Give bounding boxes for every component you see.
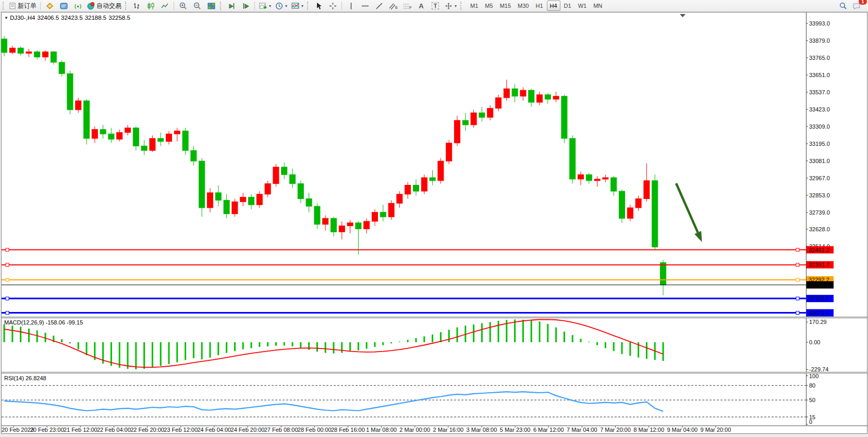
candle-up bbox=[125, 128, 131, 133]
line-handle[interactable] bbox=[6, 278, 9, 281]
toolbar-grip[interactable] bbox=[125, 2, 128, 10]
text-button[interactable]: A bbox=[414, 0, 428, 11]
timeframe-m5-button[interactable]: M5 bbox=[482, 1, 496, 11]
candle-up bbox=[388, 203, 394, 217]
candle-up bbox=[256, 194, 262, 205]
timeframe-h1-button[interactable]: H1 bbox=[532, 1, 546, 11]
toolbar: 新订单 bbox=[0, 0, 868, 12]
line-handle[interactable] bbox=[796, 248, 799, 252]
candle-down bbox=[249, 197, 254, 205]
candle-up bbox=[364, 221, 370, 229]
periods-button[interactable]: ▾ bbox=[273, 0, 289, 11]
time-axis-label: 22 Feb 04:00 bbox=[97, 427, 131, 433]
search-button[interactable] bbox=[836, 0, 850, 11]
equidistant-channel-button[interactable]: E bbox=[386, 0, 400, 11]
indicators-icon bbox=[259, 2, 267, 10]
timeframe-mn-button[interactable]: MN bbox=[590, 1, 605, 11]
candle-down bbox=[84, 101, 90, 138]
separator bbox=[341, 2, 342, 10]
toolbar-grip[interactable] bbox=[220, 2, 223, 10]
timeframe-h4-button[interactable]: H4 bbox=[547, 1, 560, 11]
chart-canvas[interactable]: 33993.033879.033765.033651.033537.033423… bbox=[0, 0, 868, 437]
candle-up bbox=[265, 184, 271, 194]
vertical-line-icon bbox=[347, 2, 356, 10]
chart-shift-button[interactable] bbox=[239, 0, 252, 11]
zoom-out-button[interactable] bbox=[190, 0, 204, 11]
timeframe-m15-button[interactable]: M15 bbox=[497, 1, 514, 11]
candle-up bbox=[76, 101, 81, 109]
candle-down bbox=[133, 128, 139, 146]
trendline-icon bbox=[375, 2, 384, 10]
candle-down bbox=[18, 48, 23, 53]
candle-up bbox=[372, 213, 378, 221]
chat-button[interactable]: 1 bbox=[850, 0, 864, 11]
trendline-button[interactable] bbox=[372, 0, 386, 11]
autotrading-icon bbox=[87, 2, 95, 10]
timeframe-m1-button[interactable]: M1 bbox=[467, 1, 481, 11]
timeframe-w1-button[interactable]: W1 bbox=[575, 1, 590, 11]
candle-up bbox=[627, 208, 633, 218]
time-axis-label: 6 Mar 12:00 bbox=[533, 427, 564, 433]
rsi-axis-label: 0 bbox=[809, 419, 812, 425]
text-label-button[interactable]: T bbox=[429, 0, 442, 11]
vertical-line-button[interactable] bbox=[344, 0, 358, 11]
auto-scroll-button[interactable] bbox=[225, 0, 238, 11]
horizontal-line-button[interactable] bbox=[358, 0, 372, 11]
dropdown-caret: ▾ bbox=[285, 4, 287, 8]
templates-button[interactable]: ▾ bbox=[289, 0, 305, 11]
candlestick-chart-button[interactable] bbox=[144, 0, 157, 11]
candle-up bbox=[553, 96, 559, 99]
line-handle[interactable] bbox=[796, 278, 799, 281]
toolbar-grip[interactable] bbox=[3, 2, 5, 10]
new-order-button[interactable]: 新订单 bbox=[7, 0, 38, 11]
price-axis-label: 33651.0 bbox=[809, 72, 830, 78]
candle-up bbox=[405, 185, 411, 194]
candle-up bbox=[26, 52, 32, 53]
crosshair-button[interactable] bbox=[326, 0, 339, 11]
macd-indicator-label: MACD(12,26,9) -158.06 -99.15 bbox=[4, 319, 83, 326]
candle-down bbox=[462, 120, 468, 125]
candle-down bbox=[290, 174, 296, 183]
line-handle[interactable] bbox=[796, 311, 799, 315]
price-axis-label: 32628.0 bbox=[809, 226, 830, 232]
market-watch-button[interactable] bbox=[43, 0, 56, 11]
candle-down bbox=[479, 113, 485, 118]
autotrading-button[interactable]: 自动交易 bbox=[85, 0, 123, 11]
arrows-button[interactable]: ▾ bbox=[443, 0, 458, 11]
time-axis-label: 27 Feb 08:00 bbox=[264, 427, 298, 433]
timeframe-d1-button[interactable]: D1 bbox=[561, 1, 574, 11]
line-handle[interactable] bbox=[796, 297, 799, 300]
macd-axis-label: 170.29 bbox=[809, 319, 827, 325]
signal-icon bbox=[74, 2, 82, 10]
line-chart-button[interactable] bbox=[158, 0, 172, 11]
tile-windows-button[interactable] bbox=[204, 0, 218, 11]
fibonacci-button[interactable]: F bbox=[400, 0, 414, 11]
candle-down bbox=[611, 178, 617, 191]
line-handle[interactable] bbox=[6, 297, 9, 300]
reports-button[interactable] bbox=[57, 0, 70, 11]
candle-down bbox=[2, 39, 7, 53]
line-handle[interactable] bbox=[796, 263, 799, 266]
time-axis-label: 28 Feb 16:00 bbox=[331, 427, 365, 433]
candle-down bbox=[570, 139, 576, 179]
line-handle[interactable] bbox=[6, 263, 9, 266]
time-axis-label: 5 Mar 23:00 bbox=[500, 427, 531, 433]
timeframe-m30-button[interactable]: M30 bbox=[515, 1, 532, 11]
candle-down bbox=[306, 199, 312, 206]
candle-up bbox=[594, 179, 600, 181]
candle-up bbox=[438, 161, 444, 181]
zoom-in-button[interactable] bbox=[176, 0, 190, 11]
signals-button[interactable] bbox=[71, 0, 84, 11]
indicators-button[interactable]: ▾ bbox=[257, 0, 273, 11]
candle-up bbox=[487, 108, 493, 117]
line-handle[interactable] bbox=[6, 248, 9, 252]
time-axis-label: 24 Feb 04:00 bbox=[197, 427, 231, 433]
toolbar-grip[interactable] bbox=[460, 2, 463, 10]
chart-dropdown-icon[interactable]: ▼ bbox=[4, 16, 8, 20]
price-tag-label: 32258.5 bbox=[809, 282, 829, 288]
toolbar-grip[interactable] bbox=[307, 2, 310, 10]
line-handle[interactable] bbox=[6, 311, 9, 315]
price-axis-label: 33195.0 bbox=[809, 141, 830, 147]
cursor-button[interactable] bbox=[312, 0, 325, 11]
bar-chart-button[interactable] bbox=[130, 0, 143, 11]
